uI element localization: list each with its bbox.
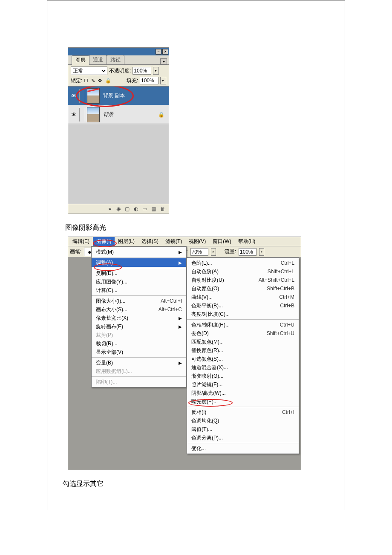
- submenu-item-selective-color[interactable]: 可选颜色(S)...: [187, 355, 299, 363]
- menu-edit[interactable]: 编辑(E): [69, 237, 93, 246]
- submenu-item-shadow-highlight[interactable]: 阴影/高光(W)...: [187, 389, 299, 397]
- fill-input[interactable]: [140, 77, 159, 84]
- submenu-item-levels[interactable]: 色阶(L)...Ctrl+L: [187, 259, 299, 267]
- menu-item-canvas-size[interactable]: 画布大小(S)...Alt+Ctrl+C: [92, 305, 186, 314]
- menu-item-calculations[interactable]: 计算(C)...: [92, 286, 186, 295]
- adjustment-layer-icon[interactable]: ◐: [134, 206, 138, 212]
- submenu-item-channel-mixer[interactable]: 通道混合器(X)...: [187, 363, 299, 372]
- submenu-item-auto-color[interactable]: 自动颜色(O)Shift+Ctrl+B: [187, 284, 299, 293]
- menu-layer[interactable]: 图层(L): [115, 237, 138, 246]
- submenu-item-posterize[interactable]: 色调分离(P)...: [187, 434, 299, 442]
- layer-thumb[interactable]: [87, 88, 100, 104]
- menu-help[interactable]: 帮助(H): [235, 237, 259, 246]
- menu-window[interactable]: 窗口(W): [209, 237, 234, 246]
- menu-image[interactable]: 图像(I): [93, 237, 115, 246]
- layer-row-bg[interactable]: 👁 背景 🔒: [68, 105, 169, 124]
- layer-row-bg-copy[interactable]: 👁 背景 副本: [68, 87, 169, 105]
- layer-mask-icon[interactable]: ▢: [125, 206, 130, 212]
- delete-layer-icon[interactable]: 🗑: [160, 206, 165, 212]
- submenu-item-desaturate[interactable]: 去色(D)Shift+Ctrl+U: [187, 329, 299, 338]
- lock-buttons[interactable]: ☐ ✎ ✥ 🔒: [84, 78, 112, 84]
- new-group-icon[interactable]: ▭: [142, 206, 147, 212]
- new-layer-icon[interactable]: ▤: [151, 206, 156, 212]
- panel-footer: ⚭ ◉ ▢ ◐ ▭ ▤ 🗑: [68, 204, 169, 214]
- layer-name[interactable]: 背景 副本: [101, 92, 125, 99]
- fill-slider-icon[interactable]: ▸: [160, 77, 166, 84]
- lock-fill-row: 锁定: ☐ ✎ ✥ 🔒 填充: ▸: [71, 77, 166, 84]
- menu-select[interactable]: 选择(S): [138, 237, 162, 246]
- fill-label: 填充:: [127, 77, 138, 84]
- submenu-item-invert[interactable]: 反相(I)Ctrl+I: [187, 408, 299, 416]
- layer-name[interactable]: 背景: [101, 111, 113, 118]
- menu-item-apply-dataset: 应用数据组(L)...: [92, 367, 186, 376]
- opacity-input[interactable]: [133, 67, 151, 75]
- submenu-item-replace-color[interactable]: 替换颜色(R)...: [187, 346, 299, 355]
- menu-filter[interactable]: 滤镜(T): [162, 237, 185, 246]
- caption-show-others: 勾选显示其它: [63, 480, 345, 489]
- link-cell[interactable]: [79, 89, 85, 103]
- menu-item-trim[interactable]: 裁切(R)...: [92, 339, 186, 348]
- submenu-item-variations[interactable]: 变化...: [187, 444, 299, 453]
- flow-label: 流量:: [225, 248, 236, 255]
- opacity-field-2[interactable]: [190, 248, 208, 256]
- menubar: 编辑(E) 图像(I) 图层(L) 选择(S) 滤镜(T) 视图(V) 窗口(W…: [68, 237, 301, 246]
- submenu-item-exposure[interactable]: 曝光度(E)...: [187, 397, 299, 406]
- submenu-item-color-balance[interactable]: 色彩平衡(B)...Ctrl+B: [187, 301, 299, 310]
- menu-item-rotate-canvas[interactable]: 旋转画布(E)▶: [92, 322, 186, 331]
- menu-item-duplicate[interactable]: 复制(D)...: [92, 269, 186, 278]
- menu-screenshot: 编辑(E) 图像(I) 图层(L) 选择(S) 滤镜(T) 视图(V) 窗口(W…: [68, 237, 301, 470]
- submenu-item-hue-sat[interactable]: 色相/饱和度(H)...Ctrl+U: [187, 321, 299, 329]
- submenu-item-photo-filter[interactable]: 照片滤镜(F)...: [187, 380, 299, 389]
- caption-shadow-highlight: 图像阴影高光: [65, 223, 345, 232]
- tab-paths[interactable]: 路径: [107, 55, 124, 64]
- menu-item-image-size[interactable]: 图像大小(I)...Alt+Ctrl+I: [92, 297, 186, 305]
- menu-item-adjust[interactable]: 调整(A)▶: [92, 258, 186, 267]
- submenu-item-equalize[interactable]: 色调均化(Q): [187, 416, 299, 425]
- menu-item-reveal-all[interactable]: 显示全部(V): [92, 348, 186, 356]
- brush-label: 画笔:: [70, 248, 81, 255]
- menu-item-variables[interactable]: 变量(B)▶: [92, 358, 186, 367]
- page-container: – × 图层 通道 路径 ▸ 正常 不透明度: ▸ 锁定: [47, 0, 345, 510]
- submenu-item-match-color[interactable]: 匹配颜色(M)...: [187, 338, 299, 346]
- tab-layers[interactable]: 图层: [72, 55, 89, 65]
- close-button[interactable]: ×: [162, 49, 168, 55]
- layer-style-icon[interactable]: ◉: [116, 206, 121, 212]
- menu-item-apply-image[interactable]: 应用图像(Y)...: [92, 278, 186, 286]
- menu-view[interactable]: 视图(V): [185, 237, 209, 246]
- tab-channels[interactable]: 通道: [89, 55, 107, 64]
- visibility-icon[interactable]: 👁: [70, 92, 78, 99]
- flow-tri-icon[interactable]: ▸: [259, 248, 264, 256]
- submenu-item-curves[interactable]: 曲线(V)...Ctrl+M: [187, 293, 299, 301]
- opacity-tri-icon[interactable]: ▸: [211, 248, 216, 256]
- link-layers-icon[interactable]: ⚭: [108, 206, 112, 212]
- opacity-label: 不透明度:: [109, 67, 131, 75]
- blend-mode-select[interactable]: 正常: [71, 66, 107, 75]
- layers-panel-wrap: – × 图层 通道 路径 ▸ 正常 不透明度: ▸ 锁定: [47, 0, 345, 214]
- submenu-item-gradient-map[interactable]: 渐变映射(G)...: [187, 372, 299, 380]
- panel-titlebar: – ×: [68, 48, 169, 55]
- flow-field[interactable]: [239, 248, 257, 256]
- submenu-item-brightness[interactable]: 亮度/对比度(C)...: [187, 310, 299, 318]
- submenu-item-auto-contrast[interactable]: 自动对比度(U)Alt+Shift+Ctrl+L: [187, 276, 299, 284]
- menu-screenshot-wrap: 编辑(E) 图像(I) 图层(L) 选择(S) 滤镜(T) 视图(V) 窗口(W…: [68, 237, 301, 470]
- layers-panel: – × 图层 通道 路径 ▸ 正常 不透明度: ▸ 锁定: [68, 47, 169, 214]
- submenu-item-auto-levels[interactable]: 自动色阶(A)Shift+Ctrl+L: [187, 267, 299, 276]
- link-cell[interactable]: [79, 108, 85, 121]
- layer-thumb[interactable]: [87, 107, 100, 122]
- menu-item-mode[interactable]: 模式(M)▶: [92, 248, 186, 256]
- lock-label: 锁定:: [71, 77, 82, 84]
- lock-icon: 🔒: [158, 112, 164, 118]
- menu-item-pixel-ratio[interactable]: 像素长宽比(X)▶: [92, 314, 186, 322]
- panel-menu-icon[interactable]: ▸: [160, 58, 167, 64]
- layer-list: 👁 背景 副本 👁 背景 🔒: [68, 87, 169, 204]
- image-menu-dropdown: 模式(M)▶ 调整(A)▶ 复制(D)... 应用图像(Y)... 计算(C).…: [91, 246, 187, 387]
- submenu-item-threshold[interactable]: 阈值(T)...: [187, 425, 299, 434]
- panel-options: 正常 不透明度: ▸ 锁定: ☐ ✎ ✥ 🔒 填充: ▸: [68, 65, 169, 87]
- menu-item-trap: 陷印(T)...: [92, 378, 186, 386]
- visibility-icon[interactable]: 👁: [70, 111, 78, 118]
- adjust-submenu: 色阶(L)...Ctrl+L 自动色阶(A)Shift+Ctrl+L 自动对比度…: [187, 257, 299, 454]
- menu-item-crop: 裁剪(P): [92, 331, 186, 339]
- opacity-slider-icon[interactable]: ▸: [153, 67, 159, 75]
- blend-opacity-row: 正常 不透明度: ▸: [71, 66, 166, 75]
- minimize-button[interactable]: –: [156, 49, 161, 55]
